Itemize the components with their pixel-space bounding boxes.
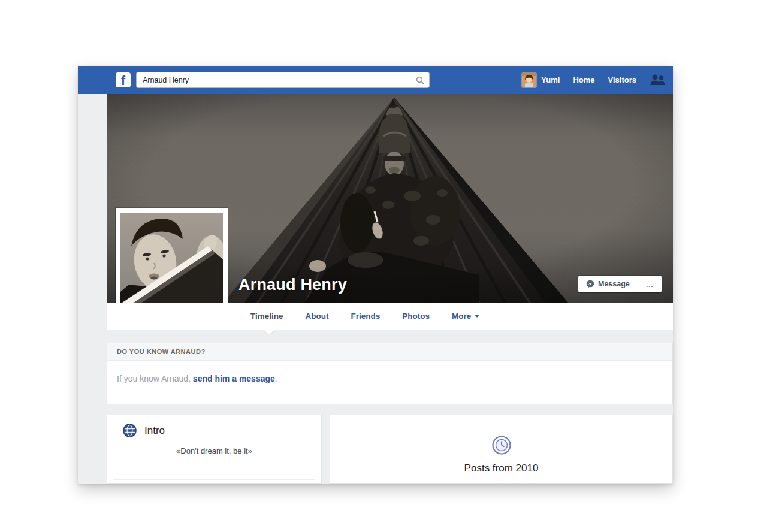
posts-panel: Posts from 2010	[330, 415, 673, 484]
profile-action-buttons: Message …	[578, 276, 662, 292]
know-text-suffix: .	[275, 374, 277, 383]
globe-icon	[123, 424, 137, 437]
topbar-right-nav: Yumi Home Visitors	[522, 66, 666, 94]
intro-divider	[113, 479, 315, 480]
message-button-label: Message	[598, 280, 630, 288]
do-you-know-card: DO YOU KNOW ARNAUD? If you know Arnaud, …	[107, 343, 673, 404]
do-you-know-body: If you know Arnaud, send him a message.	[107, 361, 672, 397]
tab-about[interactable]: About	[306, 312, 329, 321]
do-you-know-header: DO YOU KNOW ARNAUD?	[107, 343, 672, 361]
facebook-profile-page: f	[78, 66, 673, 484]
know-text-prefix: If you know Arnaud,	[117, 374, 193, 383]
clock-icon	[330, 435, 672, 458]
tab-timeline[interactable]: Timeline	[250, 312, 283, 321]
search-input[interactable]	[137, 76, 416, 84]
message-button[interactable]: Message	[578, 276, 638, 292]
top-navigation-bar: f	[78, 66, 673, 94]
current-user-link[interactable]: Yumi	[522, 73, 560, 87]
tab-more[interactable]: More	[452, 312, 479, 321]
search-icon[interactable]	[416, 76, 424, 84]
facebook-logo[interactable]: f	[116, 72, 131, 87]
profile-tab-bar: Timeline About Friends Photos More	[107, 303, 673, 330]
chevron-down-icon	[475, 315, 479, 318]
intro-panel: Intro «Don't dream it, be it»	[107, 415, 322, 484]
tab-more-label: More	[452, 312, 471, 321]
send-message-link[interactable]: send him a message	[193, 374, 275, 383]
nav-visitors-link[interactable]: Visitors	[608, 75, 636, 84]
tab-photos[interactable]: Photos	[402, 312, 430, 321]
friends-icon[interactable]	[650, 74, 666, 86]
search-bar[interactable]	[136, 72, 430, 88]
tab-friends[interactable]: Friends	[351, 312, 381, 321]
profile-picture-image	[120, 213, 223, 315]
nav-home-link[interactable]: Home	[573, 75, 594, 84]
active-tab-notch	[264, 330, 274, 335]
posts-from-year-label: Posts from 2010	[330, 463, 672, 474]
profile-name: Arnaud Henry	[238, 276, 347, 294]
intro-title: Intro	[144, 425, 165, 437]
current-user-avatar	[522, 73, 536, 87]
more-options-button[interactable]: …	[638, 276, 662, 292]
current-user-name[interactable]: Yumi	[541, 75, 560, 84]
messenger-icon	[586, 280, 594, 288]
intro-quote: «Don't dream it, be it»	[107, 446, 321, 455]
